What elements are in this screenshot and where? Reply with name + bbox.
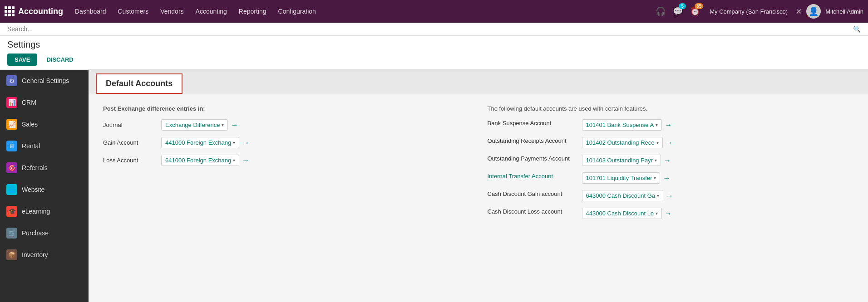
content-body: Post Exchange difference entries in: Jou… <box>89 94 868 236</box>
field-value-outstanding-receipts: 101402 Outstanding Rece ▾ → <box>582 137 673 148</box>
outstanding-receipts-select[interactable]: 101402 Outstanding Rece ▾ <box>582 137 663 148</box>
nav-accounting[interactable]: Accounting <box>190 5 232 18</box>
cash-discount-loss-arrow[interactable]: → <box>665 209 672 218</box>
gain-arrow[interactable]: → <box>242 139 249 147</box>
cash-discount-loss-caret: ▾ <box>656 211 658 216</box>
loss-account-value: 641000 Foreign Exchang <box>165 157 231 164</box>
elearning-icon: 🎓 <box>6 206 17 217</box>
field-label-gain: Gain Account <box>103 139 158 146</box>
bank-suspense-select[interactable]: 101401 Bank Suspense A ▾ <box>582 119 662 131</box>
field-label-cash-discount-loss: Cash Discount Loss account <box>488 208 578 216</box>
journal-arrow[interactable]: → <box>231 121 238 129</box>
discard-button[interactable]: DISCARD <box>41 54 79 66</box>
field-row-loss: Loss Account 641000 Foreign Exchang ▾ → <box>103 155 469 166</box>
search-icon[interactable]: 🔍 <box>853 25 861 33</box>
referrals-icon: 🎯 <box>6 162 17 173</box>
sidebar-item-elearning[interactable]: 🎓 eLearning <box>0 200 89 222</box>
chat-badge: 5 <box>679 3 686 9</box>
outstanding-receipts-value: 101402 Outstanding Rece <box>586 139 655 146</box>
field-label-outstanding-receipts: Outstanding Receipts Account <box>488 137 578 145</box>
sidebar-item-crm[interactable]: 📊 CRM <box>0 92 89 113</box>
app-brand[interactable]: Accounting <box>5 6 63 16</box>
gear-icon: ⚙ <box>6 75 17 86</box>
sidebar-item-rental[interactable]: 🖥 Rental <box>0 135 89 157</box>
outstanding-payments-value: 101403 Outstanding Payr <box>586 157 653 164</box>
field-label-cash-discount-gain: Cash Discount Gain account <box>488 190 578 198</box>
cash-discount-gain-arrow[interactable]: → <box>666 192 673 200</box>
username: Mitchell Admin <box>825 8 863 15</box>
section-header: Default Accounts <box>89 70 868 94</box>
field-value-loss: 641000 Foreign Exchang ▾ → <box>161 155 249 166</box>
field-row-internal-transfer: Internal Transfer Account 101701 Liquidi… <box>488 172 854 184</box>
topnav: Accounting Dashboard Customers Vendors A… <box>0 0 868 23</box>
field-row-cash-discount-gain: Cash Discount Gain account 643000 Cash D… <box>488 190 854 201</box>
website-icon: 🌐 <box>6 184 17 195</box>
nav-configuration[interactable]: Configuration <box>273 5 321 18</box>
sidebar-label-general-settings: General Settings <box>22 77 69 84</box>
field-value-internal-transfer: 101701 Liquidity Transfer ▾ → <box>582 172 671 184</box>
topnav-menu: Dashboard Customers Vendors Accounting R… <box>69 5 652 18</box>
field-row-gain: Gain Account 441000 Foreign Exchang ▾ → <box>103 137 469 148</box>
gain-account-value: 441000 Foreign Exchang <box>165 139 231 146</box>
topnav-right: 🎧 💬 5 ⏰ 35 My Company (San Francisco) ✕ … <box>654 4 863 19</box>
company-name[interactable]: My Company (San Francisco) <box>706 8 791 15</box>
nav-reporting[interactable]: Reporting <box>233 5 272 18</box>
search-input[interactable] <box>7 25 853 33</box>
grid-icon <box>5 6 15 16</box>
bank-suspense-caret: ▾ <box>656 122 658 127</box>
sidebar-item-sales[interactable]: 📈 Sales <box>0 113 89 135</box>
save-button[interactable]: SAVE <box>7 54 37 66</box>
cash-discount-loss-select[interactable]: 443000 Cash Discount Lo ▾ <box>582 208 662 219</box>
internal-transfer-select[interactable]: 101701 Liquidity Transfer ▾ <box>582 172 661 184</box>
cash-discount-gain-value: 643000 Cash Discount Ga <box>586 192 655 199</box>
field-label-internal-transfer: Internal Transfer Account <box>488 172 578 180</box>
nav-dashboard[interactable]: Dashboard <box>69 5 112 18</box>
close-icon[interactable]: ✕ <box>796 7 802 16</box>
sidebar-item-website[interactable]: 🌐 Website <box>0 179 89 200</box>
page-title: Settings <box>7 39 861 50</box>
app-name: Accounting <box>18 7 63 16</box>
gain-account-select[interactable]: 441000 Foreign Exchang ▾ <box>161 137 239 148</box>
main-area: ⚙ General Settings 📊 CRM 📈 Sales 🖥 Renta… <box>0 70 868 302</box>
field-label-journal: Journal <box>103 122 158 128</box>
field-value-outstanding-payments: 101403 Outstanding Payr ▾ → <box>582 155 671 166</box>
cash-discount-gain-select[interactable]: 643000 Cash Discount Ga ▾ <box>582 190 663 201</box>
outstanding-receipts-arrow[interactable]: → <box>666 139 673 147</box>
search-bar: 🔍 <box>0 23 868 36</box>
field-row-journal: Journal Exchange Difference ▾ → <box>103 119 469 131</box>
field-value-cash-discount-loss: 443000 Cash Discount Lo ▾ → <box>582 208 672 219</box>
sidebar-item-inventory[interactable]: 📦 Inventory <box>0 244 89 266</box>
field-value-gain: 441000 Foreign Exchang ▾ → <box>161 137 249 148</box>
bank-suspense-value: 101401 Bank Suspense A <box>586 122 654 128</box>
bank-suspense-arrow[interactable]: → <box>665 121 672 129</box>
internal-transfer-arrow[interactable]: → <box>663 174 670 182</box>
headset-icon[interactable]: 🎧 <box>654 5 667 18</box>
loss-arrow[interactable]: → <box>242 156 249 165</box>
journal-dropdown-caret: ▾ <box>222 122 224 127</box>
avatar[interactable]: 👤 <box>806 4 821 19</box>
nav-vendors[interactable]: Vendors <box>155 5 189 18</box>
rental-icon: 🖥 <box>6 141 17 151</box>
field-row-bank-suspense: Bank Suspense Account 101401 Bank Suspen… <box>488 119 854 131</box>
loss-account-select[interactable]: 641000 Foreign Exchang ▾ <box>161 155 239 166</box>
sidebar-item-general-settings[interactable]: ⚙ General Settings <box>0 70 89 92</box>
chat-icon[interactable]: 💬 5 <box>671 5 684 18</box>
content-area: Default Accounts Post Exchange differenc… <box>89 70 868 302</box>
loss-dropdown-caret: ▾ <box>233 158 235 163</box>
field-label-outstanding-payments: Outstanding Payments Account <box>488 155 578 163</box>
sidebar-item-referrals[interactable]: 🎯 Referrals <box>0 157 89 179</box>
nav-customers[interactable]: Customers <box>113 5 154 18</box>
journal-select[interactable]: Exchange Difference ▾ <box>161 119 228 131</box>
field-label-bank-suspense: Bank Suspense Account <box>488 119 578 127</box>
outstanding-payments-arrow[interactable]: → <box>664 156 671 165</box>
sidebar-label-inventory: Inventory <box>22 251 48 258</box>
internal-transfer-caret: ▾ <box>654 175 656 180</box>
sidebar-item-purchase[interactable]: 🛒 Purchase <box>0 222 89 244</box>
field-row-outstanding-payments: Outstanding Payments Account 101403 Outs… <box>488 155 854 166</box>
outstanding-payments-caret: ▾ <box>655 158 657 163</box>
cash-discount-gain-caret: ▾ <box>657 193 659 198</box>
activity-icon[interactable]: ⏰ 35 <box>689 5 701 18</box>
sidebar-label-crm: CRM <box>22 99 36 106</box>
outstanding-payments-select[interactable]: 101403 Outstanding Payr ▾ <box>582 155 661 166</box>
field-value-cash-discount-gain: 643000 Cash Discount Ga ▾ → <box>582 190 673 201</box>
